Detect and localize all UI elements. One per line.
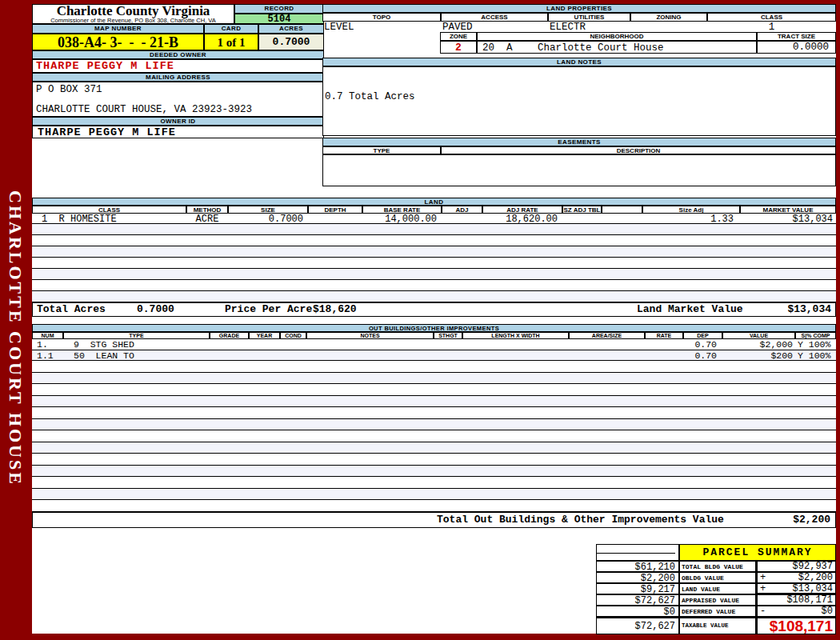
mailing-address-label: MAILING ADDRESS xyxy=(32,73,324,82)
outbuildings-empty-rows xyxy=(32,361,836,512)
summary-value: $108,171 xyxy=(786,594,833,606)
land-properties-title: LAND PROPERTIES xyxy=(322,4,836,13)
ob-col-length-width: LENGTH X WIDTH xyxy=(462,332,569,339)
owner-id-label: OWNER ID xyxy=(32,117,324,126)
parcel-summary-title: PARCEL SUMMARY xyxy=(679,544,836,561)
record-card: Charlotte County Virginia Commissioner o… xyxy=(32,4,836,634)
topo-label: TOPO xyxy=(322,13,441,22)
land-col-blank xyxy=(602,206,642,214)
easement-type-label: TYPE xyxy=(322,146,441,154)
ob-row-value: $2,000 xyxy=(722,339,793,350)
address-line-2: CHARLOTTE COURT HOUSE, VA 23923-3923 xyxy=(36,104,252,115)
mailing-address-box: P O BOX 371 CHARLOTTE COURT HOUSE, VA 23… xyxy=(32,82,324,117)
summary-label: TOTAL BLDG VALUE xyxy=(679,561,756,572)
utilities-label: UTILITIES xyxy=(548,13,630,22)
land-col-size: SIZE xyxy=(228,206,308,214)
ob-row-num: 1.1 xyxy=(37,350,54,361)
ob-row-num: 1. xyxy=(37,339,48,350)
land-col-sz-adj-tbl: SZ ADJ TBL xyxy=(562,206,602,214)
total-acres-value: 0.7000 xyxy=(137,303,174,316)
land-row-size: 0.7000 xyxy=(228,214,303,225)
tract-size-label: TRACT SIZE xyxy=(757,32,836,41)
ob-col-sthgt: STHGT xyxy=(434,332,462,339)
price-per-acre-value: $18,620 xyxy=(313,303,357,316)
land-section: LAND CLASS METHOD SIZE DEPTH BASE RATE A… xyxy=(32,198,836,317)
easements-body xyxy=(322,154,836,186)
map-number-label: MAP NUMBER xyxy=(32,24,204,34)
land-market-value-value: $13,034 xyxy=(787,303,831,316)
summary-left-value: $61,210 xyxy=(596,561,679,572)
ob-row-comp: Y 100% xyxy=(798,350,830,361)
ob-col-cond: COND xyxy=(280,332,306,339)
ob-col-grade: GRADE xyxy=(210,332,249,339)
summary-sign: + xyxy=(760,583,766,594)
land-notes-text: 0.7 Total Acres xyxy=(325,91,415,102)
land-properties-section: LAND PROPERTIES TOPO ACCESS UTILITIES ZO… xyxy=(322,4,836,186)
land-empty-rows xyxy=(32,224,836,302)
zone-label: ZONE xyxy=(440,32,477,41)
taxable-value: $108,171 xyxy=(756,618,836,634)
summary-label: APPRAISED VALUE xyxy=(679,594,756,606)
acres-value: 0.7000 xyxy=(258,34,324,50)
tract-size-value: 0.0000 xyxy=(757,41,836,54)
land-notes-box: 0.7 Total Acres xyxy=(322,66,836,136)
access-label: ACCESS xyxy=(441,13,548,22)
outbuildings-title: OUT BUILDINGS/OTHER IMPROVEMENTS xyxy=(32,324,836,332)
land-col-adj: ADJ xyxy=(442,206,482,214)
summary-value: $0 xyxy=(822,606,833,617)
neighborhood-code: 20 A xyxy=(482,42,513,54)
county-title: Charlotte County Virginia xyxy=(33,5,234,18)
topo-value: LEVEL xyxy=(324,22,354,33)
map-number-value: 038-A4- 3- - - 21-B xyxy=(32,34,204,50)
summary-sign: + xyxy=(760,572,766,583)
summary-label: DEFERRED VALUE xyxy=(679,606,756,617)
summary-row-obldg: $2,200 OBLDG VALUE +$2,200 xyxy=(596,572,836,583)
land-row-market-value: $13,034 xyxy=(740,214,833,225)
ob-col-area-size: AREA/SIZE xyxy=(569,332,645,339)
acres-label: ACRES xyxy=(258,24,324,34)
neighborhood-value: 20 A Charlotte Court House xyxy=(477,41,757,54)
summary-left-value: $2,200 xyxy=(596,572,679,583)
summary-label: OBLDG VALUE xyxy=(679,572,756,583)
ob-row-value: $200 xyxy=(722,350,793,361)
land-col-size-adj: Size Adj xyxy=(642,206,740,214)
ob-row-type: 9 STG SHED xyxy=(74,339,134,350)
sidebar-county-banner: CHARLOTTE COURT HOUSE xyxy=(5,190,26,486)
summary-value: $13,034 xyxy=(793,583,833,594)
neighborhood-name: Charlotte Court House xyxy=(538,42,664,54)
land-col-depth: DEPTH xyxy=(308,206,362,214)
ob-col-comp: S|% COMP xyxy=(795,332,836,339)
county-header: Charlotte County Virginia Commissioner o… xyxy=(32,4,234,24)
land-row-class: 1 R HOMESITE xyxy=(42,214,117,225)
easements-title: EASEMENTS xyxy=(322,138,836,146)
taxable-label: TAXABLE VALUE xyxy=(679,618,756,634)
land-col-market-value: MARKET VALUE xyxy=(740,206,836,214)
land-totals-row: Total Acres 0.7000 Price Per Acre $18,62… xyxy=(32,302,836,317)
summary-left-value: $9,217 xyxy=(596,583,679,594)
ob-col-type: TYPE xyxy=(63,332,210,339)
easement-description-label: DESCRIPTION xyxy=(441,146,836,154)
ob-row-comp: Y 100% xyxy=(798,339,830,350)
ob-col-rate: RATE xyxy=(645,332,683,339)
summary-left-value: $0 xyxy=(596,606,679,617)
parcel-summary: PARCEL SUMMARY $61,210 TOTAL BLDG VALUE … xyxy=(596,544,836,634)
ob-col-value: VALUE xyxy=(722,332,795,339)
land-notes-title: LAND NOTES xyxy=(322,58,836,66)
outbuildings-total-label: Total Out Buildings & Other Improvements… xyxy=(437,513,724,527)
land-col-adj-rate: ADJ RATE xyxy=(482,206,562,214)
outbuildings-total-value: $2,200 xyxy=(793,513,830,527)
record-value: 5104 xyxy=(234,14,324,24)
price-per-acre-label: Price Per Acre xyxy=(225,303,312,316)
ob-row-dep: 0.70 xyxy=(683,339,717,350)
land-row-adj-rate: 18,620.00 xyxy=(482,214,558,225)
zoning-label: ZONING xyxy=(630,13,707,22)
summary-sign: - xyxy=(760,606,766,617)
land-row-size-adj: 1.33 xyxy=(642,214,734,225)
owner-id-value: THARPE PEGGY M LIFE xyxy=(32,126,324,138)
land-row-method: ACRE xyxy=(186,214,228,225)
card-value: 1 of 1 xyxy=(204,34,258,50)
ob-row-type: 50 LEAN TO xyxy=(74,350,134,361)
summary-row-deferred: $0 DEFERRED VALUE -$0 xyxy=(596,606,836,617)
zone-value: 2 xyxy=(440,41,477,54)
summary-value: $2,200 xyxy=(798,572,833,583)
